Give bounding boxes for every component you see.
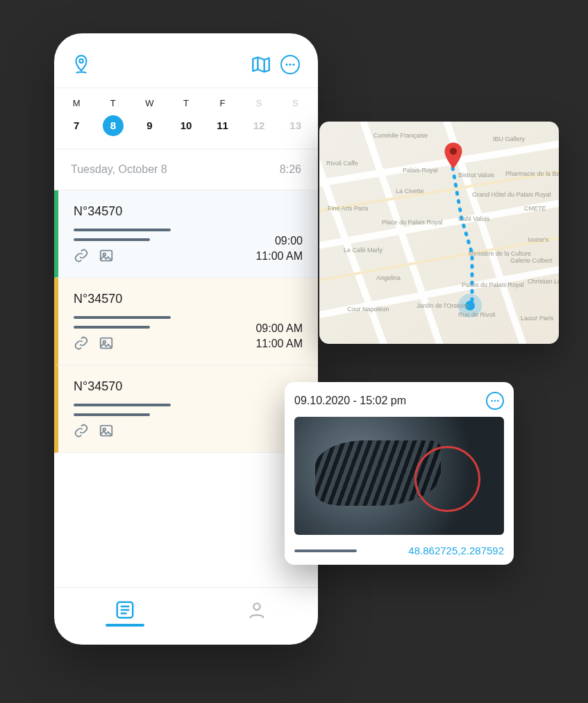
day-number: 7 (66, 115, 87, 136)
map-poi-label: Laouz Paris (521, 315, 554, 322)
map-poi-label: Jardin de l'Oratoire (417, 302, 469, 309)
week-calendar: M 7 T 8 W 9 T 10 F 11 S 12 S 13 (54, 88, 318, 149)
map-icon[interactable] (251, 56, 271, 74)
placeholder-lines (74, 404, 303, 416)
appointment-id: N°34570 (74, 204, 303, 219)
appointment-card[interactable]: N°34570 09:00 AM11:00 AM (54, 278, 318, 365)
photo-timestamp: 09.10.2020 - 15:02 pm (294, 395, 406, 407)
photo-card[interactable]: 09.10.2020 - 15:02 pm 48.862725,2.287592 (285, 382, 514, 565)
bottom-nav (54, 587, 318, 645)
day-label: F (208, 98, 237, 108)
current-time: 8:26 (280, 163, 301, 176)
photo-coordinates[interactable]: 48.862725,2.287592 (408, 545, 504, 556)
day-label: W (135, 98, 164, 108)
svg-point-3 (292, 63, 294, 65)
map-poi-label: Rue de Rivoli (458, 311, 496, 318)
day-number: 12 (249, 115, 269, 136)
svg-point-9 (103, 428, 106, 431)
photo-thumbnail[interactable] (294, 417, 504, 535)
day-mon[interactable]: M 7 (62, 98, 91, 136)
day-label: T (99, 98, 128, 108)
svg-point-5 (103, 253, 106, 256)
annotation-circle (414, 446, 480, 512)
date-row: Tuesday, October 8 8:26 (54, 149, 318, 190)
map-poi-label: Café Valois (458, 215, 489, 222)
day-label: M (62, 98, 91, 108)
map-poi-label: Grand Hôtel du Palais Royal (472, 191, 551, 198)
appointment-list: N°34570 09:0011:00 AM N°34570 (54, 190, 318, 587)
day-number: 11 (212, 115, 233, 136)
placeholder-line (294, 549, 357, 552)
day-label: T (171, 98, 201, 108)
map-poi-label: Le Café Marly (344, 247, 383, 254)
link-icon[interactable] (74, 248, 89, 266)
phone-header (54, 33, 318, 88)
day-number: 13 (285, 115, 306, 136)
more-options-icon[interactable] (280, 55, 300, 74)
appointment-time: 09:0011:00 AM (255, 233, 303, 263)
svg-point-1 (285, 63, 287, 65)
svg-point-15 (450, 148, 457, 155)
map-poi-label: Bistrot Valois (458, 172, 494, 179)
map-poi-label: Ministère de la Culture (469, 250, 531, 257)
day-fri[interactable]: F 11 (208, 98, 237, 136)
appointment-card[interactable]: N°34570 1 (54, 365, 318, 453)
more-options-icon[interactable] (486, 392, 504, 410)
day-number: 10 (176, 115, 196, 136)
day-tue[interactable]: T 8 (99, 98, 128, 136)
svg-point-18 (497, 400, 499, 402)
day-thu[interactable]: T 10 (171, 98, 201, 136)
map-card[interactable]: Rivoli CaffeComédie FrançaisePalais-Roya… (319, 122, 559, 344)
image-icon[interactable] (99, 336, 114, 354)
svg-point-14 (253, 604, 260, 610)
map-poi-label: Fine Arts Paris (328, 205, 369, 212)
map-poi-label: Iovine's (528, 236, 548, 243)
svg-point-16 (491, 400, 493, 402)
map-poi-label: Palais du Palais Royal (462, 281, 524, 288)
day-wed[interactable]: W 9 (135, 98, 164, 136)
map-poi-label: La Civette (396, 188, 424, 195)
map-poi-label: Place du Palais Royal (382, 219, 443, 226)
location-pin-icon[interactable] (72, 54, 90, 75)
day-sun[interactable]: S 13 (281, 98, 310, 136)
map-poi-label: Galerie Colbert (510, 257, 553, 264)
day-number: 9 (139, 115, 160, 136)
day-sat[interactable]: S 12 (244, 98, 274, 136)
appointment-id: N°34570 (74, 379, 303, 394)
map-poi-label: CMETE (524, 205, 546, 212)
map-poi-label: Cour Napoléon (347, 306, 389, 313)
link-icon[interactable] (74, 336, 89, 354)
map-poi-label: Christian Loubou (528, 278, 559, 285)
appointment-card[interactable]: N°34570 09:0011:00 AM (54, 190, 318, 278)
map-poi-label: Angelina (376, 274, 401, 281)
image-icon[interactable] (99, 423, 114, 441)
current-date-label: Tuesday, October 8 (71, 163, 167, 176)
svg-point-0 (79, 59, 83, 63)
day-number-selected: 8 (103, 115, 124, 136)
day-label: S (244, 98, 274, 108)
svg-point-7 (103, 340, 106, 343)
nav-agenda[interactable] (106, 600, 144, 627)
image-icon[interactable] (99, 248, 114, 266)
phone-frame: M 7 T 8 W 9 T 10 F 11 S 12 S 13 Tuesday,… (54, 33, 318, 645)
day-label: S (281, 98, 310, 108)
nav-profile[interactable] (247, 600, 267, 627)
svg-point-17 (494, 400, 496, 402)
map-poi-label: IBU Gallery (493, 135, 525, 142)
appointment-time: 09:00 AM11:00 AM (255, 321, 303, 351)
map-poi-label: Comédie Française (373, 132, 428, 139)
map-poi-label: Pharmacie de la Banque (505, 170, 559, 177)
map-pin-icon (443, 142, 464, 172)
appointment-id: N°34570 (74, 292, 303, 306)
link-icon[interactable] (74, 423, 89, 441)
svg-point-2 (289, 63, 291, 65)
map-poi-label: Palais-Royal (403, 167, 438, 174)
map-poi-label: Rivoli Caffe (326, 160, 358, 167)
